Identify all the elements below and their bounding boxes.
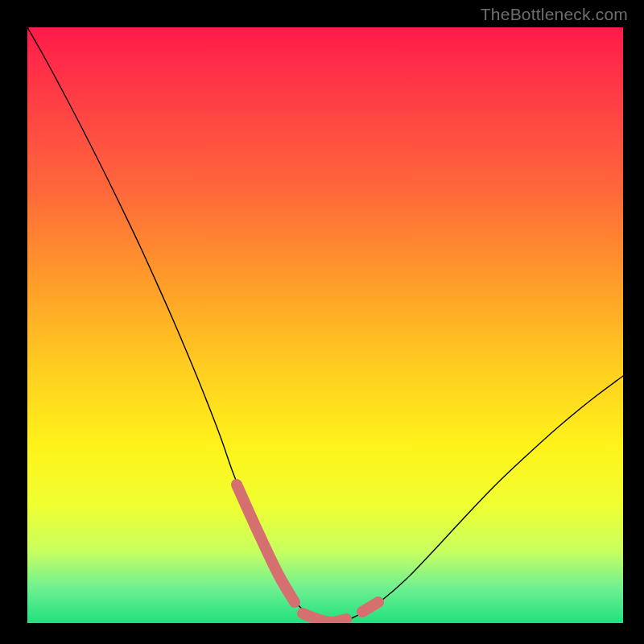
bottleneck-curve <box>27 27 623 622</box>
marker-bottom <box>303 613 346 622</box>
marker-left <box>237 485 295 602</box>
marker-right <box>362 602 378 612</box>
watermark-text: TheBottleneck.com <box>481 5 628 24</box>
plot-area <box>27 27 623 623</box>
outer-frame: TheBottleneck.com <box>0 0 644 644</box>
chart-svg <box>27 27 623 623</box>
